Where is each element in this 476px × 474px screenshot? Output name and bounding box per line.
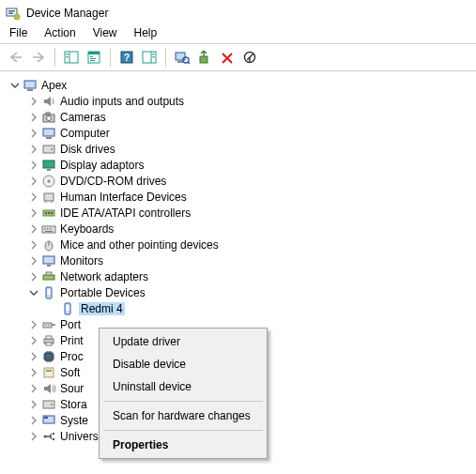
device-item-icon <box>60 301 75 316</box>
chevron-right-icon[interactable] <box>28 431 39 442</box>
tree-category[interactable]: Mice and other pointing devices <box>4 237 472 252</box>
svg-rect-52 <box>43 275 54 280</box>
chevron-right-icon[interactable] <box>28 223 39 235</box>
tree-category-label: Stora <box>60 398 87 411</box>
context-uninstall-device[interactable]: Uninstall device <box>101 375 265 398</box>
svg-rect-11 <box>90 58 96 59</box>
svg-rect-45 <box>47 228 49 230</box>
svg-rect-31 <box>46 137 52 139</box>
show-hide-console-button[interactable] <box>61 47 82 68</box>
svg-rect-41 <box>48 212 50 214</box>
tree-category[interactable]: Network adapters <box>4 268 472 284</box>
context-disable-device[interactable]: Disable device <box>101 353 265 375</box>
tree-category[interactable]: Portable Devices <box>4 284 472 300</box>
chevron-right-icon[interactable] <box>28 319 39 330</box>
device-manager-icon <box>6 6 21 21</box>
device-category-icon <box>41 190 56 205</box>
tree-category[interactable]: Display adaptors <box>4 157 472 173</box>
chevron-right-icon[interactable] <box>28 207 39 219</box>
chevron-right-icon[interactable] <box>28 415 39 426</box>
tree-category-label: IDE ATA/ATAPI controllers <box>60 206 191 220</box>
menu-file[interactable]: File <box>9 26 27 39</box>
svg-rect-10 <box>90 56 93 57</box>
device-category-icon <box>41 158 56 173</box>
svg-rect-47 <box>45 231 53 232</box>
tree-category-label: Soft <box>60 366 80 379</box>
tree-category-label: Network adapters <box>60 270 148 283</box>
menu-help[interactable]: Help <box>134 26 158 39</box>
svg-rect-72 <box>53 433 54 435</box>
tree-category-label: Sour <box>60 382 84 395</box>
device-category-icon <box>41 285 56 300</box>
tree-category[interactable]: Audio inputs and outputs <box>4 93 472 109</box>
chevron-right-icon[interactable] <box>28 239 39 251</box>
chevron-right-icon[interactable] <box>28 96 39 107</box>
svg-rect-1 <box>8 10 15 12</box>
chevron-right-icon[interactable] <box>28 255 39 267</box>
device-category-icon <box>41 317 56 332</box>
action-pane-button[interactable] <box>139 47 160 68</box>
svg-rect-30 <box>43 129 54 136</box>
chevron-down-icon[interactable] <box>9 80 21 91</box>
svg-rect-29 <box>46 113 50 115</box>
menu-view[interactable]: View <box>93 26 117 39</box>
chevron-right-icon[interactable] <box>28 399 39 410</box>
chevron-right-icon[interactable] <box>28 144 39 155</box>
svg-point-37 <box>48 179 51 182</box>
svg-rect-58 <box>43 323 52 328</box>
disable-button[interactable] <box>239 47 260 68</box>
chevron-right-icon[interactable] <box>28 271 39 283</box>
toolbar-separator <box>54 48 55 67</box>
svg-rect-9 <box>88 52 100 54</box>
chevron-right-icon[interactable] <box>28 351 39 362</box>
chevron-right-icon[interactable] <box>28 191 39 203</box>
scan-hardware-button[interactable] <box>172 47 192 68</box>
svg-rect-50 <box>43 256 54 264</box>
tree-category-label: Keyboards <box>60 222 114 236</box>
chevron-right-icon[interactable] <box>28 383 39 394</box>
svg-rect-32 <box>43 145 54 153</box>
svg-rect-25 <box>24 81 36 88</box>
tree-category[interactable]: Human Interface Devices <box>4 189 472 205</box>
context-properties[interactable]: Properties <box>101 434 265 456</box>
tree-root[interactable]: Apex <box>4 77 472 93</box>
uninstall-button[interactable] <box>217 47 238 68</box>
device-category-icon <box>41 429 56 444</box>
menu-action[interactable]: Action <box>44 26 75 39</box>
tree-category-label: Display adaptors <box>60 159 144 172</box>
chevron-right-icon[interactable] <box>28 112 39 123</box>
svg-point-28 <box>47 115 52 120</box>
chevron-right-icon[interactable] <box>28 160 39 171</box>
tree-category[interactable]: Computer <box>4 125 472 141</box>
tree-category[interactable]: DVD/CD-ROM drives <box>4 173 472 189</box>
tree-category-label: Cameras <box>60 111 106 124</box>
tree-category-label: Proc <box>60 350 84 363</box>
chevron-down-icon[interactable] <box>28 287 39 298</box>
update-driver-button[interactable] <box>194 47 215 68</box>
chevron-right-icon[interactable] <box>28 176 39 187</box>
tree-category[interactable]: IDE ATA/ATAPI controllers <box>4 205 472 221</box>
context-update-driver[interactable]: Update driver <box>101 330 265 353</box>
device-category-icon <box>41 413 56 428</box>
tree-item[interactable]: Redmi 4 <box>4 300 472 316</box>
chevron-right-icon[interactable] <box>28 128 39 139</box>
window-title: Device Manager <box>26 7 108 20</box>
svg-rect-20 <box>177 61 183 63</box>
tree-category-label: Monitors <box>60 254 103 268</box>
context-scan-hardware[interactable]: Scan for hardware changes <box>101 405 265 427</box>
tree-category[interactable]: Monitors <box>4 252 472 268</box>
tree-category-label: Human Interface Devices <box>60 191 187 204</box>
tree-category[interactable]: Keyboards <box>4 221 472 237</box>
device-category-icon <box>41 349 56 364</box>
svg-rect-7 <box>67 56 69 58</box>
tree-category[interactable]: Disk drives <box>4 141 472 157</box>
tree-category-label: Disk drives <box>60 143 115 156</box>
tree-category[interactable]: Cameras <box>4 109 472 125</box>
tree-category-label: Port <box>60 318 81 331</box>
svg-rect-6 <box>67 54 69 55</box>
help-button[interactable]: ? <box>116 47 137 68</box>
device-category-icon <box>41 333 56 348</box>
chevron-right-icon[interactable] <box>28 367 39 378</box>
chevron-right-icon[interactable] <box>28 335 39 346</box>
properties-button[interactable] <box>84 47 104 68</box>
